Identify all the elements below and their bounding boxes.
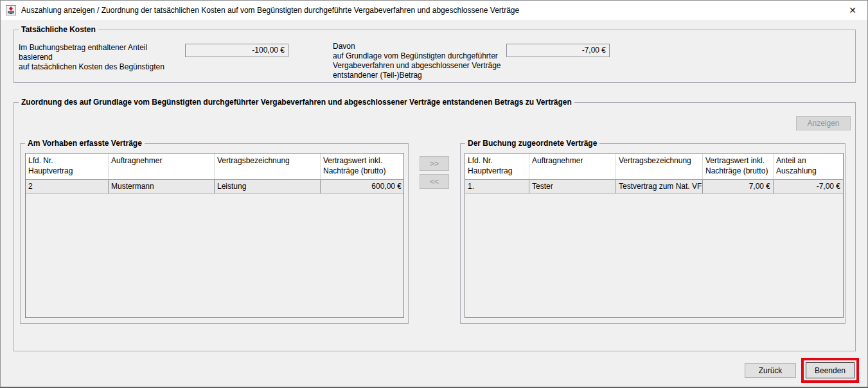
window-title: Auszahlung anzeigen / Zuordnung der tats… [21, 1, 519, 20]
column-header: Vertragswert inkl. Nachträge (brutto) [703, 154, 774, 179]
cell-auftragnehmer: Tester [529, 180, 616, 193]
project-contracts-group-title: Am Vorhaben erfasste Verträge [25, 139, 145, 148]
column-header: Vertragsbezeichnung [616, 154, 703, 179]
cell-vertragsbezeichnung: Leistung [215, 180, 321, 193]
actual-costs-partial-field[interactable]: -7,00 € [506, 44, 610, 57]
actual-costs-total-field[interactable]: -100,00 € [185, 44, 288, 57]
table-row[interactable]: 2 Mustermann Leistung 600,00 € [26, 180, 403, 194]
app-icon [6, 5, 16, 15]
cell-lfd-nr: 1. [465, 180, 529, 193]
cell-vertragswert: 7,00 € [703, 180, 774, 193]
close-icon[interactable]: ✕ [838, 1, 867, 20]
dialog-window: Auszahlung anzeigen / Zuordnung der tats… [0, 0, 868, 388]
cell-lfd-nr: 2 [26, 180, 109, 193]
project-contracts-table: Lfd. Nr. Hauptvertrag Auftragnehmer Vert… [25, 153, 404, 318]
move-right-button[interactable]: >> [420, 156, 449, 171]
column-header: Auftragnehmer [109, 154, 215, 179]
assigned-contracts-table-header: Lfd. Nr. Hauptvertrag Auftragnehmer Vert… [465, 154, 843, 180]
column-header: Lfd. Nr. Hauptvertrag [465, 154, 529, 179]
show-button[interactable]: Anzeigen [796, 116, 851, 130]
cell-anteil-auszahlung: -7,00 € [774, 180, 843, 193]
actual-costs-group-title: Tatsächliche Kosten [19, 25, 98, 34]
cell-vertragswert: 600,00 € [321, 180, 404, 193]
table-row[interactable]: 1. Tester Testvertrag zum Nat. VF 7,00 €… [465, 180, 843, 194]
column-header: Vertragsbezeichnung [215, 154, 321, 179]
window-titlebar[interactable]: Auszahlung anzeigen / Zuordnung der tats… [1, 1, 867, 20]
column-header: Auftragnehmer [529, 154, 616, 179]
column-header: Anteil an Auszahlung [774, 154, 843, 179]
actual-costs-right-label: Davon auf Grundlage vom Begünstigten dur… [333, 42, 503, 80]
assignment-group-title: Zuordnung des auf Grundlage vom Begünsti… [19, 98, 574, 107]
column-header: Lfd. Nr. Hauptvertrag [26, 154, 109, 179]
project-contracts-table-header: Lfd. Nr. Hauptvertrag Auftragnehmer Vert… [26, 154, 403, 180]
cell-vertragsbezeichnung: Testvertrag zum Nat. VF [616, 180, 703, 193]
finish-button[interactable]: Beenden [806, 362, 855, 378]
actual-costs-left-label: Im Buchungsbetrag enthaltener Anteil bas… [19, 43, 182, 72]
column-header: Vertragswert inkl. Nachträge (brutto) [321, 154, 404, 179]
cell-auftragnehmer: Mustermann [109, 180, 215, 193]
assigned-contracts-group-title: Der Buchung zugeordnete Verträge [465, 139, 599, 148]
back-button[interactable]: Zurück [745, 363, 796, 378]
move-left-button[interactable]: << [420, 174, 449, 189]
assigned-contracts-table: Lfd. Nr. Hauptvertrag Auftragnehmer Vert… [465, 153, 844, 318]
